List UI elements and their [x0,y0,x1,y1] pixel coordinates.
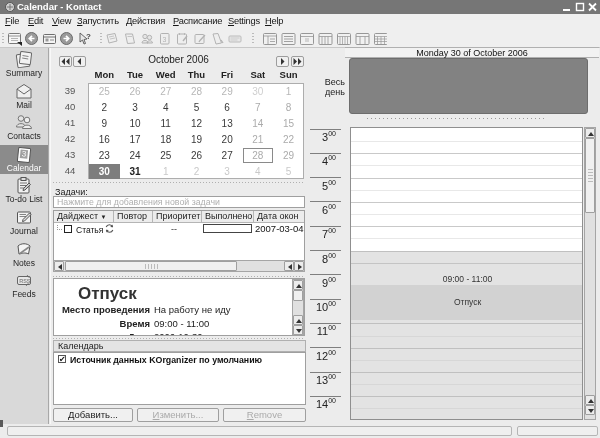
svg-text:?: ? [86,32,91,41]
svg-text:3: 3 [163,36,167,43]
svg-text:RSS: RSS [19,278,31,284]
